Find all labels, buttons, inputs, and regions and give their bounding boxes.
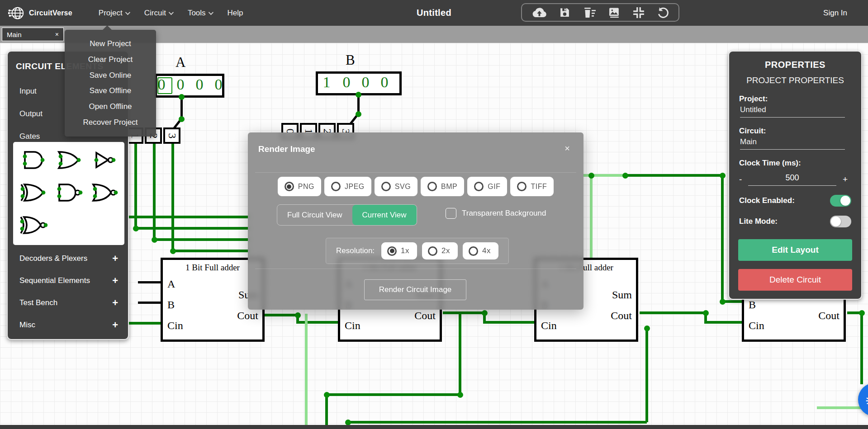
- resolution-option-1x[interactable]: 1x: [381, 242, 417, 259]
- wire[interactable]: [134, 227, 249, 230]
- wire[interactable]: [483, 321, 534, 324]
- wire-node[interactable]: [622, 173, 628, 179]
- save-icon[interactable]: [559, 7, 570, 18]
- section-decoders-plexers[interactable]: Decoders & Plexers+: [8, 247, 128, 269]
- resolution-option-4x[interactable]: 4x: [463, 242, 498, 259]
- clock-enabled-toggle[interactable]: [830, 195, 851, 207]
- bit-value[interactable]: 0: [177, 76, 185, 93]
- wire-node[interactable]: [482, 310, 488, 316]
- image-export-icon[interactable]: [608, 7, 621, 19]
- wire[interactable]: [153, 238, 249, 241]
- wire-node[interactable]: [170, 248, 176, 254]
- delete-icon[interactable]: [583, 7, 596, 19]
- cloud-upload-icon[interactable]: [532, 7, 547, 19]
- format-option-bmp[interactable]: BMP: [421, 177, 464, 196]
- wire[interactable]: [171, 250, 249, 252]
- wire-node[interactable]: [179, 116, 185, 122]
- wire-node[interactable]: [703, 310, 709, 316]
- expand-plus-icon[interactable]: +: [112, 253, 118, 264]
- menu-item-clear-project[interactable]: Clear Project: [65, 55, 156, 64]
- wire-node[interactable]: [324, 392, 330, 398]
- connection-stub[interactable]: [138, 281, 161, 283]
- wire[interactable]: [265, 314, 299, 316]
- menu-item-save-online[interactable]: Save Online: [65, 71, 156, 80]
- wire-node[interactable]: [644, 325, 650, 331]
- wire[interactable]: [327, 393, 461, 396]
- project-name-field[interactable]: Untitled: [740, 105, 845, 118]
- wire[interactable]: [325, 395, 328, 429]
- tab-main[interactable]: Main ×: [2, 28, 64, 41]
- xnor-gate-icon[interactable]: [19, 213, 47, 239]
- wire-node[interactable]: [345, 420, 351, 425]
- format-option-tiff[interactable]: TIFF: [510, 177, 554, 196]
- render-circuit-image-button[interactable]: Render Circuit Image: [364, 279, 466, 300]
- resolution-option-2x[interactable]: 2x: [422, 242, 458, 259]
- nav-menu-project[interactable]: Project: [99, 9, 129, 18]
- tab-close-icon[interactable]: ×: [55, 31, 59, 38]
- expand-plus-icon[interactable]: +: [112, 297, 118, 309]
- section-sequential-elements[interactable]: Sequential Elements+: [8, 269, 128, 292]
- wire[interactable]: [625, 174, 724, 177]
- nav-menu-help[interactable]: Help: [228, 9, 243, 18]
- bit-value[interactable]: 0: [196, 76, 204, 93]
- wire[interactable]: [590, 175, 593, 258]
- menu-item-save-offline[interactable]: Save Offline: [65, 86, 156, 95]
- restore-icon[interactable]: [657, 6, 669, 19]
- wire[interactable]: [134, 143, 137, 230]
- expand-plus-icon[interactable]: +: [112, 275, 118, 287]
- wire[interactable]: [645, 328, 648, 422]
- format-option-jpeg[interactable]: JPEG: [324, 177, 371, 196]
- nav-menu-tools[interactable]: Tools: [188, 9, 212, 18]
- format-option-png[interactable]: PNG: [278, 177, 321, 196]
- or-gate-icon[interactable]: [55, 148, 83, 174]
- wire[interactable]: [443, 311, 486, 314]
- expand-plus-icon[interactable]: +: [112, 319, 118, 331]
- dialog-close-icon[interactable]: ×: [564, 143, 570, 154]
- menu-item-open-offline[interactable]: Open Offline: [65, 102, 156, 111]
- delete-circuit-button[interactable]: Delete Circuit: [738, 269, 852, 291]
- menu-item-new-project[interactable]: New Project: [65, 39, 156, 48]
- menu-item-recover-project[interactable]: Recover Project: [65, 118, 156, 127]
- xor-gate-icon[interactable]: [19, 181, 47, 206]
- bit-value[interactable]: 0: [215, 76, 223, 93]
- nav-menu-circuit[interactable]: Circuit: [144, 9, 172, 18]
- section-test-bench[interactable]: Test Bench+: [8, 292, 128, 314]
- wire-node[interactable]: [356, 92, 361, 98]
- lite-mode-toggle[interactable]: [830, 216, 851, 227]
- connection-stub[interactable]: [138, 302, 161, 304]
- nor-gate-icon[interactable]: [90, 181, 118, 206]
- not-gate-icon[interactable]: [90, 148, 118, 174]
- bit-value[interactable]: 0: [158, 76, 166, 93]
- clock-decrease-button[interactable]: -: [739, 174, 742, 184]
- sign-in-link[interactable]: Sign In: [823, 9, 847, 18]
- wire-node[interactable]: [179, 94, 185, 100]
- wire-node[interactable]: [859, 310, 865, 316]
- splitter-pin-3[interactable]: 3: [163, 127, 180, 144]
- and-gate-icon[interactable]: [19, 148, 47, 174]
- wire[interactable]: [721, 175, 724, 303]
- circuit-name-field[interactable]: Main: [740, 137, 845, 150]
- wire[interactable]: [640, 311, 707, 314]
- wire-node[interactable]: [133, 226, 139, 231]
- bit-value[interactable]: 0: [343, 74, 351, 91]
- format-option-gif[interactable]: GIF: [467, 177, 507, 196]
- section-misc[interactable]: Misc+: [8, 314, 128, 336]
- wire[interactable]: [860, 313, 863, 384]
- wire[interactable]: [153, 143, 156, 241]
- format-option-svg[interactable]: SVG: [375, 177, 417, 196]
- app-logo[interactable]: CircuitVerse: [8, 5, 72, 22]
- wire[interactable]: [704, 321, 742, 324]
- bit-value[interactable]: 1: [323, 74, 331, 91]
- wire[interactable]: [296, 321, 338, 324]
- wire[interactable]: [348, 421, 647, 424]
- transparent-background-checkbox[interactable]: [446, 208, 456, 219]
- clock-time-field[interactable]: 500: [748, 173, 836, 186]
- wire[interactable]: [171, 143, 174, 252]
- nand-gate-icon[interactable]: [55, 181, 83, 206]
- wire-node[interactable]: [295, 312, 301, 318]
- view-option-current-view[interactable]: Current View: [352, 205, 417, 225]
- wire-node[interactable]: [356, 111, 361, 117]
- wire-node[interactable]: [457, 392, 463, 398]
- focus-view-icon[interactable]: [633, 7, 645, 19]
- clock-increase-button[interactable]: +: [843, 174, 848, 184]
